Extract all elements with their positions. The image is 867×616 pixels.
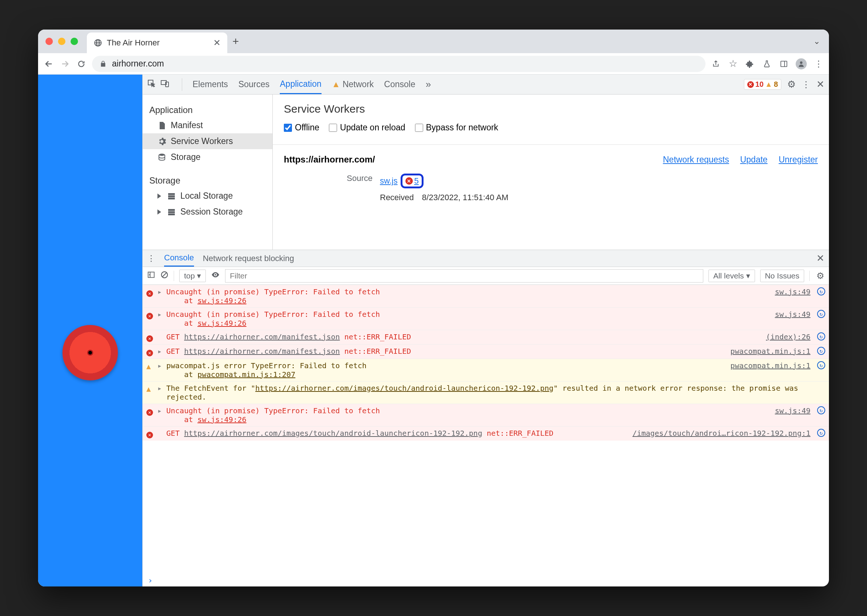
content-area: Elements Sources Application ▲ Network C… bbox=[38, 75, 829, 586]
clear-console-icon[interactable] bbox=[161, 271, 169, 281]
tabs-chevron-icon[interactable]: ⌄ bbox=[813, 36, 820, 46]
svg-rect-0 bbox=[781, 61, 787, 66]
share-icon[interactable] bbox=[711, 59, 721, 69]
panel-icon[interactable] bbox=[779, 59, 789, 69]
bookmark-icon[interactable]: ☆ bbox=[728, 59, 738, 69]
live-expression-icon[interactable] bbox=[211, 270, 220, 281]
log-source-link[interactable]: (index):26 bbox=[766, 332, 810, 341]
log-message: Uncaught (in promise) TypeError: Failed … bbox=[166, 287, 768, 305]
log-source-link[interactable]: pwacompat.min.js:1 bbox=[730, 361, 810, 370]
issues-button[interactable]: No Issues bbox=[760, 270, 804, 282]
zoom-window-button[interactable] bbox=[71, 38, 78, 45]
profile-avatar[interactable] bbox=[796, 58, 807, 69]
log-message: Uncaught (in promise) TypeError: Failed … bbox=[166, 406, 768, 424]
close-devtools-icon[interactable]: ✕ bbox=[817, 79, 824, 90]
tab-application[interactable]: Application bbox=[280, 75, 322, 94]
error-icon: ✕ bbox=[147, 429, 154, 438]
offline-checkbox[interactable]: Offline bbox=[284, 123, 319, 133]
log-source-link[interactable]: pwacompat.min.js:1 bbox=[730, 347, 810, 356]
update-link[interactable]: Update bbox=[740, 155, 768, 165]
log-row[interactable]: ✕▸GET https://airhorner.com/manifest.jso… bbox=[143, 344, 829, 358]
tab-sources[interactable]: Sources bbox=[238, 79, 270, 90]
svg-rect-6 bbox=[148, 272, 154, 278]
log-row[interactable]: ✕GET https://airhorner.com/images/touch/… bbox=[143, 426, 829, 441]
network-requests-link[interactable]: Network requests bbox=[663, 155, 729, 165]
sidebar-item-session-storage[interactable]: Session Storage bbox=[143, 204, 273, 220]
sidebar-item-storage[interactable]: Storage bbox=[143, 149, 273, 165]
close-drawer-icon[interactable]: ✕ bbox=[817, 253, 824, 264]
tab-console[interactable]: Console bbox=[384, 79, 415, 90]
console-settings-icon[interactable]: ⚙ bbox=[817, 271, 824, 281]
tab-elements[interactable]: Elements bbox=[192, 79, 228, 90]
navigate-icon[interactable]: ↻ bbox=[817, 347, 825, 355]
log-row[interactable]: ▲▸pwacompat.js error TypeError: Failed t… bbox=[143, 358, 829, 381]
unregister-link[interactable]: Unregister bbox=[779, 155, 818, 165]
log-row[interactable]: ▲▸The FetchEvent for "https://airhorner.… bbox=[143, 381, 829, 404]
log-message: The FetchEvent for "https://airhorner.co… bbox=[166, 384, 825, 401]
svg-point-5 bbox=[159, 154, 165, 156]
titlebar: The Air Horner ✕ + ⌄ bbox=[38, 30, 829, 53]
minimize-window-button[interactable] bbox=[58, 38, 65, 45]
log-source-link[interactable]: /images/touch/androi…ricon-192-192.png:1 bbox=[632, 429, 810, 438]
sw-source-link[interactable]: sw.js bbox=[380, 176, 398, 186]
log-row[interactable]: ✕GET https://airhorner.com/manifest.json… bbox=[143, 330, 829, 344]
tab-network[interactable]: ▲ Network bbox=[332, 79, 374, 90]
grid-icon bbox=[167, 192, 176, 201]
console-sidebar-icon[interactable] bbox=[147, 271, 155, 281]
menu-icon[interactable]: ⋮ bbox=[813, 59, 824, 69]
navigate-icon[interactable]: ↻ bbox=[817, 310, 825, 318]
log-row[interactable]: ✕▸Uncaught (in promise) TypeError: Faile… bbox=[143, 307, 829, 330]
close-window-button[interactable] bbox=[46, 38, 53, 45]
error-icon: ✕ bbox=[147, 288, 154, 297]
log-row[interactable]: ✕▸Uncaught (in promise) TypeError: Faile… bbox=[143, 404, 829, 426]
toolbar-actions: ☆ ⋮ bbox=[711, 58, 824, 69]
sidebar-item-local-storage[interactable]: Local Storage bbox=[143, 188, 273, 204]
drawer-tab-netblock[interactable]: Network request blocking bbox=[203, 254, 294, 263]
log-row[interactable]: ✕▸Uncaught (in promise) TypeError: Faile… bbox=[143, 285, 829, 307]
sidebar-item-manifest[interactable]: Manifest bbox=[143, 118, 273, 133]
more-tabs-icon[interactable]: » bbox=[426, 79, 431, 90]
navigate-icon[interactable]: ↻ bbox=[817, 361, 825, 369]
sidebar-group-application: Application bbox=[143, 103, 273, 118]
update-on-reload-checkbox[interactable]: Update on reload bbox=[329, 123, 405, 133]
log-source-link[interactable]: sw.js:49 bbox=[775, 406, 810, 415]
new-tab-button[interactable]: + bbox=[232, 35, 239, 48]
error-warning-badges[interactable]: ✕10 ▲8 bbox=[744, 79, 781, 90]
navigate-icon[interactable]: ↻ bbox=[817, 429, 825, 437]
airhorn-button[interactable] bbox=[63, 325, 118, 380]
log-source-link[interactable]: sw.js:49 bbox=[775, 310, 810, 319]
browser-tab[interactable]: The Air Horner ✕ bbox=[87, 33, 227, 53]
log-message: GET https://airhorner.com/manifest.json … bbox=[166, 332, 759, 341]
source-label: Source bbox=[306, 174, 380, 189]
back-button[interactable] bbox=[43, 58, 54, 69]
labs-icon[interactable] bbox=[762, 59, 772, 69]
levels-selector[interactable]: All levels ▾ bbox=[708, 270, 755, 282]
console-prompt[interactable]: › bbox=[143, 574, 829, 586]
drawer-menu-icon[interactable]: ⋮ bbox=[147, 254, 155, 263]
extensions-icon[interactable] bbox=[745, 59, 755, 69]
globe-icon bbox=[93, 38, 102, 47]
device-icon[interactable] bbox=[161, 79, 169, 90]
sidebar-item-service-workers[interactable]: Service Workers bbox=[143, 133, 273, 149]
reload-button[interactable] bbox=[76, 58, 87, 69]
log-message: Uncaught (in promise) TypeError: Failed … bbox=[166, 310, 768, 328]
navigate-icon[interactable]: ↻ bbox=[817, 287, 825, 295]
application-sidebar: Application Manifest Service Workers Sto… bbox=[143, 94, 273, 250]
warning-icon: ▲ bbox=[332, 79, 340, 89]
settings-icon[interactable]: ⚙ bbox=[787, 79, 796, 90]
forward-button[interactable] bbox=[60, 58, 71, 69]
filter-input[interactable] bbox=[225, 269, 703, 283]
address-bar[interactable]: airhorner.com bbox=[92, 56, 706, 72]
navigate-icon[interactable]: ↻ bbox=[817, 406, 825, 414]
sw-error-highlight[interactable]: ✕ 5 bbox=[400, 174, 424, 189]
log-source-link[interactable]: sw.js:49 bbox=[775, 287, 810, 296]
sw-error-count-link[interactable]: 5 bbox=[414, 176, 419, 186]
bypass-checkbox[interactable]: Bypass for network bbox=[415, 123, 498, 133]
expand-arrow-icon: ▸ bbox=[158, 406, 162, 415]
close-tab-icon[interactable]: ✕ bbox=[213, 38, 221, 48]
navigate-icon[interactable]: ↻ bbox=[817, 332, 825, 341]
drawer-tab-console[interactable]: Console bbox=[164, 250, 194, 267]
inspect-icon[interactable] bbox=[147, 79, 156, 90]
context-selector[interactable]: top ▾ bbox=[179, 270, 206, 282]
kebab-icon[interactable]: ⋮ bbox=[802, 79, 810, 90]
